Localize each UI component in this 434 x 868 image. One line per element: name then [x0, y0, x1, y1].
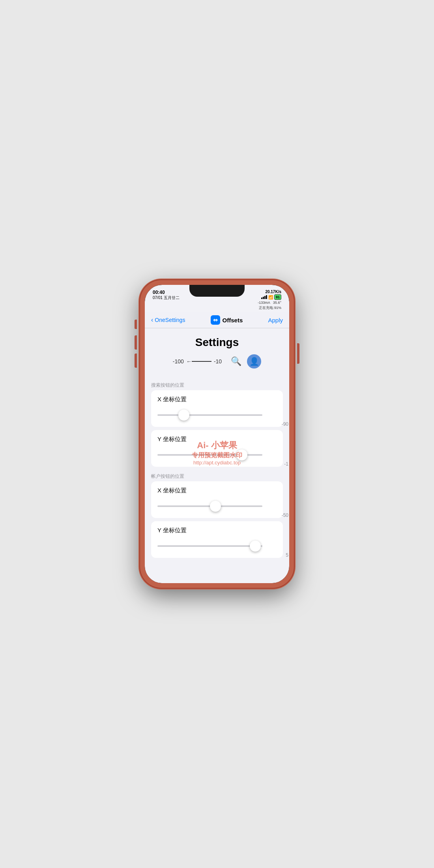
- status-left: 00:40 07/01 五月廿二: [153, 290, 180, 301]
- status-time: 00:40: [153, 290, 180, 295]
- account-y-title: Y 坐标位置: [157, 527, 277, 534]
- status-date: 07/01 五月廿二: [153, 295, 180, 301]
- nav-title: ⇔ Offsets: [211, 315, 243, 325]
- battery-level: 91: [276, 295, 280, 299]
- search-y-card: Y 坐标位置 -1: [151, 430, 283, 467]
- search-y-thumb[interactable]: [236, 449, 247, 460]
- search-x-title: X 坐标位置: [157, 396, 277, 403]
- account-x-slider-container[interactable]: [157, 500, 262, 513]
- screen: 00:40 07/01 五月廿二 20.17K/s 📶: [145, 285, 289, 583]
- signal-bars: [261, 295, 267, 299]
- search-y-value: -1: [277, 461, 288, 467]
- account-y-slider-wrapper: 5: [157, 540, 277, 552]
- range-min: -100: [173, 358, 184, 365]
- preview-icons: 🔍 👤: [230, 354, 261, 369]
- search-x-track: [157, 414, 262, 416]
- section-2: 帐户按钮的位置 X 坐标位置 -50: [145, 470, 289, 558]
- account-x-value: -50: [277, 513, 288, 518]
- chevron-left-icon: ‹: [151, 316, 153, 324]
- settings-header: Settings -100 ← -10 🔍: [145, 328, 289, 379]
- search-x-slider-container[interactable]: [157, 409, 262, 421]
- nav-title-label: Offsets: [223, 317, 243, 324]
- content-wrapper: Ai- 小苹果 专用预览截图水印 http://apt.cydiabc.top …: [145, 328, 289, 577]
- phone-inner: 00:40 07/01 五月廿二 20.17K/s 📶: [145, 285, 289, 583]
- settings-title: Settings: [151, 336, 283, 349]
- status-right: 20.17K/s 📶 91 -1: [258, 290, 281, 311]
- offsets-icon: ⇔: [211, 315, 220, 325]
- account-x-card: X 坐标位置 -50: [151, 481, 283, 518]
- preview-area: -100 ← -10 🔍 👤: [151, 354, 283, 369]
- apply-button[interactable]: Apply: [268, 317, 283, 324]
- section-1-label: 搜索按钮的位置: [145, 379, 289, 390]
- back-label[interactable]: OneSettings: [155, 317, 185, 323]
- volume-up-button[interactable]: [135, 335, 137, 350]
- account-y-slider-container[interactable]: [157, 540, 262, 552]
- section-1: 搜索按钮的位置 X 坐标位置 -90: [145, 379, 289, 467]
- bar1: [261, 297, 262, 299]
- account-x-title: X 坐标位置: [157, 487, 277, 494]
- account-x-slider-wrapper: -50: [157, 500, 277, 513]
- search-x-slider-wrapper: -90: [157, 409, 277, 421]
- search-x-thumb[interactable]: [178, 410, 189, 421]
- search-preview-icon: 🔍: [230, 355, 242, 368]
- battery-status-line: -133mA 35.6°: [258, 301, 281, 305]
- search-y-track: [157, 454, 262, 456]
- search-y-title: Y 坐标位置: [157, 436, 277, 443]
- silent-button[interactable]: [135, 320, 137, 329]
- temperature: 35.6°: [273, 301, 281, 305]
- charging-text: 正在充电:91%: [259, 305, 281, 311]
- volume-down-button[interactable]: [135, 354, 137, 368]
- status-bar: 00:40 07/01 五月廿二 20.17K/s 📶: [145, 285, 289, 312]
- phone-frame: 00:40 07/01 五月廿二 20.17K/s 📶: [140, 280, 294, 588]
- status-icons: 📶 91: [261, 294, 281, 300]
- search-y-slider-wrapper: -1: [157, 449, 277, 461]
- power-button[interactable]: [297, 343, 299, 364]
- nav-bar: ‹ OneSettings ⇔ Offsets Apply: [145, 312, 289, 328]
- account-y-card: Y 坐标位置 5: [151, 521, 283, 558]
- wifi-icon: 📶: [268, 295, 273, 299]
- search-y-slider-container[interactable]: [157, 449, 262, 461]
- battery-ma: -133mA: [258, 301, 270, 305]
- search-x-card: X 坐标位置 -90: [151, 390, 283, 427]
- network-speed: 20.17K/s: [265, 290, 281, 294]
- account-x-track: [157, 505, 262, 507]
- account-y-thumb[interactable]: [250, 541, 261, 552]
- account-x-thumb[interactable]: [210, 501, 221, 512]
- range-max: -10: [214, 358, 222, 365]
- bar4: [266, 295, 267, 299]
- range-labels: -100 ← -10: [173, 358, 222, 365]
- account-y-value: 5: [277, 552, 288, 558]
- account-preview-icon: 👤: [247, 354, 261, 369]
- back-button[interactable]: ‹ OneSettings: [151, 316, 185, 324]
- search-x-value: -90: [277, 421, 288, 427]
- bar3: [264, 296, 266, 299]
- bar2: [263, 297, 264, 299]
- battery-indicator: 91: [274, 294, 281, 300]
- notch: [189, 285, 245, 297]
- section-2-label: 帐户按钮的位置: [145, 470, 289, 481]
- content-area: Ai- 小苹果 专用预览截图水印 http://apt.cydiabc.top …: [145, 328, 289, 583]
- account-y-track: [157, 545, 262, 547]
